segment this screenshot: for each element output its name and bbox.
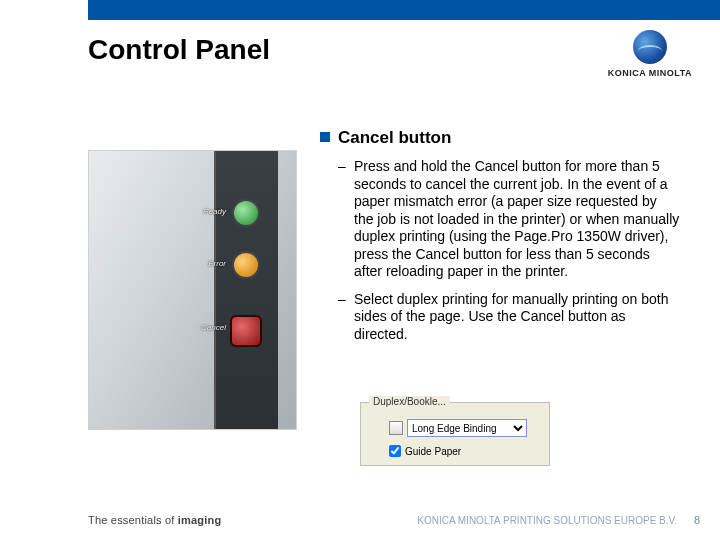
error-led-icon [232,251,260,279]
globe-icon [633,30,667,64]
tagline-bold: imaging [178,514,222,526]
binding-icon [389,421,403,435]
ready-led-icon [232,199,260,227]
groupbox-legend: Duplex/Bookle... [369,396,450,407]
brand-logo: KONICA MINOLTA [608,30,692,78]
guide-paper-checkbox[interactable] [389,445,401,457]
brand-name: KONICA MINOLTA [608,68,692,78]
tagline: The essentials of imaging [88,514,221,526]
top-accent-bar [88,0,720,20]
bullet-item: Press and hold the Cancel button for mor… [320,158,680,281]
footer-company: KONICA MINOLTA PRINTING SOLUTIONS EUROPE… [417,515,677,526]
slide: Control Panel KONICA MINOLTA Ready Error… [0,0,720,540]
cancel-button-icon [230,315,262,347]
printer-panel-photo: Ready Error Cancel [88,150,297,430]
guide-paper-label: Guide Paper [405,446,461,457]
footer-right: KONICA MINOLTA PRINTING SOLUTIONS EUROPE… [417,514,700,526]
bullet-item: Select duplex printing for manually prin… [320,291,680,344]
page-title: Control Panel [88,34,270,66]
cancel-label: Cancel [201,323,226,332]
ready-label: Ready [203,207,226,216]
content-block: Cancel button Press and hold the Cancel … [320,128,680,353]
section-heading: Cancel button [320,128,680,148]
footer: The essentials of imaging KONICA MINOLTA… [88,514,700,526]
error-label: Error [208,259,226,268]
duplex-groupbox: Duplex/Bookle... Long Edge Binding Guide… [360,402,550,466]
binding-combo-row: Long Edge Binding [389,419,539,437]
driver-dialog-screenshot: Duplex/Bookle... Long Edge Binding Guide… [360,402,550,466]
panel-strip [214,151,278,429]
binding-select[interactable]: Long Edge Binding [407,419,527,437]
tagline-prefix: The essentials of [88,514,178,526]
guide-paper-row[interactable]: Guide Paper [389,445,539,457]
page-number: 8 [694,514,700,526]
